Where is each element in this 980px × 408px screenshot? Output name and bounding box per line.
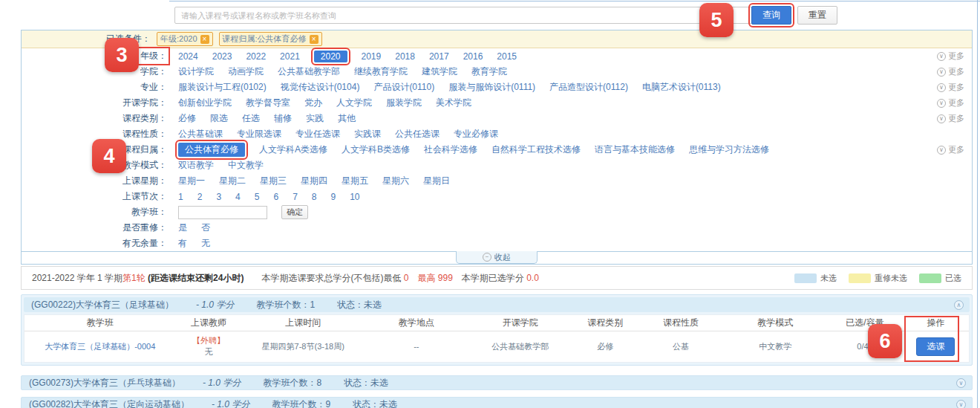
more-link[interactable]: ∨更多 xyxy=(937,113,964,124)
reset-button[interactable]: 重置 xyxy=(797,6,837,25)
filter-option[interactable]: 2023 xyxy=(212,51,232,62)
course-group-header[interactable]: (GG00273)大学体育三（乒乓球基础）- 1.0 学分教学班个数：8状态：未… xyxy=(21,375,973,390)
filter-option[interactable]: 2015 xyxy=(497,51,517,62)
more-link[interactable]: ∨更多 xyxy=(937,66,964,77)
filter-option[interactable]: 无 xyxy=(201,237,210,250)
course-group-title: (GG00273)大学体育三（乒乓球基础） xyxy=(29,377,180,389)
filter-option[interactable]: 3 xyxy=(216,192,221,202)
filter-option[interactable]: 人文学科A类选修 xyxy=(259,143,327,156)
filter-option[interactable]: 中文教学 xyxy=(228,159,264,172)
filter-option[interactable]: 社会科学选修 xyxy=(424,143,477,156)
filter-option[interactable]: 2018 xyxy=(395,51,415,62)
filter-option[interactable]: 创新创业学院 xyxy=(178,97,232,109)
filter-option[interactable]: 思维与学习方法选修 xyxy=(689,143,769,156)
filter-option[interactable]: 公共基础教学部 xyxy=(278,65,340,78)
remove-tag-icon[interactable]: × xyxy=(310,35,318,44)
filter-option[interactable]: 1 xyxy=(178,192,183,202)
filter-option[interactable]: 8 xyxy=(312,192,317,202)
filter-option[interactable]: 7 xyxy=(293,192,298,202)
chevron-down-icon[interactable]: ∨ xyxy=(956,378,966,388)
filter-options: 必修限选任选辅修实践其他 xyxy=(178,112,972,125)
filter-option[interactable]: 星期五 xyxy=(342,175,368,187)
filter-option[interactable]: 电脑艺术设计(0113) xyxy=(642,81,721,94)
class-name-link[interactable]: 大学体育三（足球基础）-0004 xyxy=(45,342,155,351)
filter-option[interactable]: 美术学院 xyxy=(436,97,471,109)
filter-option[interactable]: 6 xyxy=(273,192,278,202)
more-label: 更多 xyxy=(948,113,964,124)
more-link[interactable]: ∨更多 xyxy=(937,144,964,155)
filter-option[interactable]: 4 xyxy=(235,192,241,202)
filter-option[interactable]: 其他 xyxy=(338,112,356,125)
filter-option[interactable]: 实践课 xyxy=(354,128,381,140)
filter-option[interactable]: 限选 xyxy=(210,112,228,125)
filter-option-selected[interactable]: 2020 xyxy=(314,51,347,62)
filter-option[interactable]: 公共基础课 xyxy=(178,128,223,140)
filter-option[interactable]: 产品造型设计(0112) xyxy=(549,81,628,94)
filter-option[interactable]: 5 xyxy=(255,192,260,202)
filter-option[interactable]: 2017 xyxy=(429,51,449,62)
course-group-header[interactable]: (GG00282)大学体育三（定向运动基础）- 1.0 学分教学班个数：9状态：… xyxy=(21,397,973,408)
select-course-button[interactable]: 选课 xyxy=(916,337,955,356)
course-group-status: 状态：未选 xyxy=(337,299,382,311)
filter-option[interactable]: 党办 xyxy=(304,97,322,109)
collapse-panel-button[interactable]: − 收起 xyxy=(456,251,538,264)
query-button[interactable]: 查询 xyxy=(751,6,791,25)
filter-option[interactable]: 服装学院 xyxy=(386,97,422,109)
filter-option[interactable]: 人文学院 xyxy=(336,97,372,109)
filter-option[interactable]: 10 xyxy=(350,192,359,202)
filter-option[interactable]: 专业限选课 xyxy=(237,128,281,140)
more-link[interactable]: ∨更多 xyxy=(937,97,964,109)
filter-option[interactable]: 视觉传达设计(0104) xyxy=(281,81,360,94)
filter-option[interactable]: 语言与基本技能选修 xyxy=(595,143,675,156)
filter-option[interactable]: 专业必修课 xyxy=(454,128,498,140)
filter-option[interactable]: 2024 xyxy=(178,51,198,62)
more-link[interactable]: ∨更多 xyxy=(937,82,964,93)
search-input[interactable] xyxy=(174,7,768,24)
filter-option[interactable]: 设计学院 xyxy=(178,65,214,78)
filter-option[interactable]: 星期日 xyxy=(423,175,450,187)
filter-option[interactable]: 9 xyxy=(331,192,336,202)
filter-option[interactable]: 服装设计与工程(0102) xyxy=(178,81,267,94)
filter-option[interactable]: 2022 xyxy=(246,51,266,62)
course-group-header[interactable]: (GG00222)大学体育三（足球基础）- 1.0 学分教学班个数：1状态：未选… xyxy=(24,297,970,312)
filter-option[interactable]: 实践 xyxy=(306,112,324,125)
filter-option[interactable]: 自然科学工程技术选修 xyxy=(491,143,581,156)
filter-option[interactable]: 人文学科B类选修 xyxy=(342,143,410,156)
filter-option[interactable]: 继续教育学院 xyxy=(354,65,408,78)
filter-option[interactable]: 2 xyxy=(197,192,203,202)
semester-segment: 2021-2022 学年 1 学期 xyxy=(32,273,122,283)
filter-option[interactable]: 是 xyxy=(178,221,187,234)
filter-option[interactable]: 有 xyxy=(178,237,187,250)
filter-option[interactable]: 动画学院 xyxy=(228,65,264,78)
filter-option[interactable]: 公共任选课 xyxy=(395,128,440,140)
chevron-down-icon[interactable]: ∨ xyxy=(956,400,966,408)
filter-option[interactable]: 服装与服饰设计(0111) xyxy=(448,81,535,94)
filter-option[interactable]: 星期二 xyxy=(219,175,246,187)
filter-label-pad: 年级： xyxy=(22,50,167,62)
filter-option[interactable]: 辅修 xyxy=(274,112,292,125)
filter-option[interactable]: 任选 xyxy=(242,112,260,125)
window-frame-right xyxy=(977,0,978,408)
filter-option[interactable]: 必修 xyxy=(178,112,196,125)
filter-option[interactable]: 星期一 xyxy=(178,175,205,187)
teaching-class-input[interactable] xyxy=(178,206,267,219)
filter-option[interactable]: 星期四 xyxy=(301,175,327,187)
filter-option[interactable]: 教学督导室 xyxy=(246,97,290,109)
filter-option[interactable]: 2016 xyxy=(463,51,483,62)
filter-option[interactable]: 2021 xyxy=(280,51,300,62)
confirm-button[interactable]: 确定 xyxy=(281,205,308,219)
remove-tag-icon[interactable]: × xyxy=(200,35,209,44)
filter-option-selected[interactable]: 公共体育必修 xyxy=(178,143,245,157)
more-link[interactable]: ∨更多 xyxy=(937,51,964,62)
filter-option[interactable]: 双语教学 xyxy=(178,159,214,172)
filter-option[interactable]: 产品设计(0110) xyxy=(373,81,434,94)
filter-option[interactable]: 教育学院 xyxy=(471,65,507,78)
filter-option[interactable]: 建筑学院 xyxy=(422,65,457,78)
filter-option[interactable]: 否 xyxy=(201,221,210,234)
course-group-class-count: 教学班个数：9 xyxy=(272,398,330,408)
filter-option[interactable]: 星期三 xyxy=(260,175,287,187)
filter-option[interactable]: 星期六 xyxy=(382,175,409,187)
filter-option[interactable]: 专业任选课 xyxy=(295,128,340,140)
chevron-up-icon[interactable]: ∧ xyxy=(954,300,964,310)
filter-option[interactable]: 2019 xyxy=(362,51,382,62)
